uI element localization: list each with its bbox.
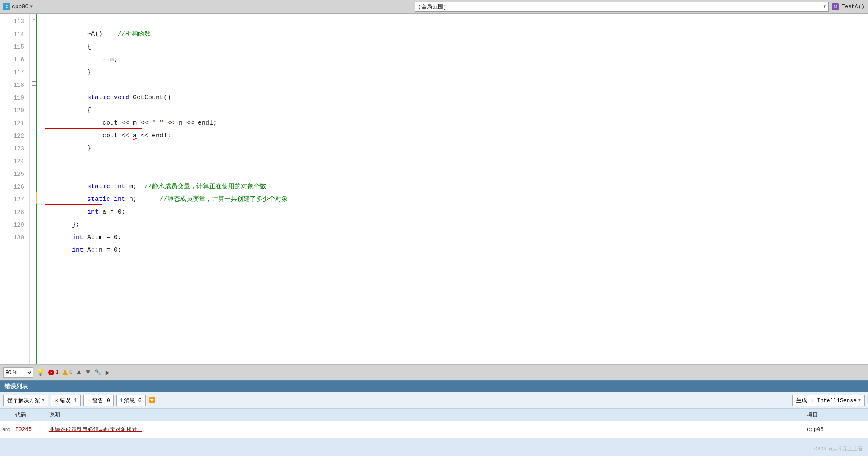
line-num-119: 119 (0, 92, 24, 104)
status-bar: 80 % 💡 ✕ 1 0 ▲ ▼ 🔧 ▶ (0, 364, 868, 380)
file-name: cpp06 (12, 3, 28, 10)
code-line-129: int A::m = 0; (41, 219, 868, 231)
function-name: TestA() (841, 3, 865, 10)
code-line-119: { (41, 92, 868, 104)
line-num-114: 114 (0, 28, 24, 41)
error-panel-header: 错误列表 (0, 381, 868, 392)
file-dropdown-arrow[interactable]: ▼ (30, 4, 33, 9)
error-row-code[interactable]: E0245 (13, 426, 47, 433)
error-row-0[interactable]: abc E0245 非静态成员引用必须与特定对象相对 cpp06 (0, 421, 868, 438)
file-selector[interactable]: C cpp06 ▼ (3, 3, 412, 10)
error-table-header: 代码 说明 项目 (0, 409, 868, 421)
gutter: − − (30, 14, 38, 364)
code-line-117 (41, 66, 868, 79)
code-line-118: static void GetCount() (41, 79, 868, 92)
title-bar: C cpp06 ▼ (全局范围) ▼ ⬡ TestA() (0, 0, 868, 14)
error-row-project: cpp06 (804, 426, 868, 433)
build-dropdown-label: 生成 + IntelliSense (796, 397, 857, 404)
code-line-122: } (41, 130, 868, 142)
error-panel-title: 错误列表 (4, 383, 28, 390)
nav-up-arrow[interactable]: ▲ (76, 368, 82, 377)
code-line-125: static int m; //静态成员变量，计算正在使用的对象个数 (41, 168, 868, 181)
error-btn-icon: ✕ (55, 397, 58, 404)
line-num-115: 115 (0, 41, 24, 53)
error-type-text: abc (3, 427, 10, 432)
editor-area: 113 114 115 116 117 118 119 120 121 122 … (0, 14, 868, 364)
watermark: CSDN @大耳朵土土吾 (814, 445, 863, 453)
error-icon: ✕ (48, 370, 54, 375)
code-line-128: }; (41, 206, 868, 219)
wrench-icon[interactable]: 🔧 (94, 369, 102, 376)
line-num-121: 121 (0, 117, 24, 130)
scope-dropdown-arrow[interactable]: ▼ (823, 4, 826, 9)
code-line-121: cout << a << endl; (41, 117, 868, 130)
lightbulb-icon[interactable]: 💡 (36, 368, 45, 377)
code-line-116: } (41, 53, 868, 66)
error-row-icon: abc (0, 426, 13, 433)
line-num-127: 127 (0, 193, 24, 206)
nav-down-arrow[interactable]: ▼ (85, 368, 91, 377)
col-header-project[interactable]: 项目 (804, 411, 868, 419)
col-header-code[interactable]: 代码 (13, 411, 47, 419)
errors-button[interactable]: ✕ 错误 1 (51, 395, 81, 406)
code-line-130: int A::n = 0; (41, 231, 868, 244)
error-project-text: cpp06 (807, 426, 824, 433)
code-line-126: static int n; //静态成员变量，计算一共创建了多少个对象 (41, 181, 868, 193)
error-description-text: 非静态成员引用必须与特定对象相对 (49, 427, 137, 433)
scope-dropdown[interactable]: 整个解决方案 ▼ (3, 395, 48, 406)
code-line-127: int a = 0; (41, 193, 868, 206)
error-panel-toolbar: 整个解决方案 ▼ ✕ 错误 1 ⚠ 警告 0 ℹ 消息 0 🔽 生成 + Int… (0, 392, 868, 409)
line-num-125: 125 (0, 168, 24, 181)
warning-count: 0 (69, 369, 73, 375)
messages-button[interactable]: ℹ 消息 0 (116, 395, 146, 406)
line-num-123: 123 (0, 142, 24, 155)
line-num-130: 130 (0, 231, 24, 244)
code-line-124 (41, 155, 868, 168)
build-dropdown-arrow[interactable]: ▼ (858, 398, 861, 403)
warning-btn-icon: ⚠ (87, 397, 91, 404)
warning-icon (62, 370, 68, 375)
info-btn-icon: ℹ (120, 397, 122, 404)
scope-dropdown-label: 整个解决方案 (7, 397, 40, 404)
line-num-128: 128 (0, 206, 24, 219)
code-line-115: --m; (41, 41, 868, 53)
error-count: 1 (55, 369, 59, 375)
error-panel: 错误列表 整个解决方案 ▼ ✕ 错误 1 ⚠ 警告 0 ℹ 消息 0 🔽 生成 … (0, 380, 868, 456)
line-num-118: 118 (0, 79, 24, 92)
function-selector[interactable]: ⬡ TestA() (832, 3, 865, 10)
line-num-126: 126 (0, 181, 24, 193)
line-num-129: 129 (0, 219, 24, 231)
scope-dropdown-arrow[interactable]: ▼ (42, 398, 44, 403)
file-icon: C (3, 3, 10, 10)
error-badge[interactable]: ✕ 1 (48, 369, 59, 375)
filter-icon[interactable]: 🔽 (148, 397, 155, 404)
code-container: 113 114 115 116 117 118 119 120 121 122 … (0, 14, 868, 364)
chevron-right-icon[interactable]: ▶ (105, 367, 111, 378)
line-num-113: 113 (0, 15, 24, 28)
line-num-117: 117 (0, 66, 24, 79)
code-lines[interactable]: ~A() //析构函数 { --m; } static void GetCoun… (38, 14, 868, 364)
errors-button-label: 错误 1 (60, 397, 77, 404)
scope-selector[interactable]: (全局范围) ▼ (415, 2, 829, 12)
line-num-122: 122 (0, 130, 24, 142)
line-numbers: 113 114 115 116 117 118 119 120 121 122 … (0, 14, 30, 364)
line-num-120: 120 (0, 104, 24, 117)
error-code-link[interactable]: E0245 (15, 426, 32, 433)
warnings-button[interactable]: ⚠ 警告 0 (83, 395, 113, 406)
warning-badge[interactable]: 0 (62, 369, 73, 375)
line-num-124: 124 (0, 155, 24, 168)
error-table: 代码 说明 项目 abc E0245 非静态成员引用必须与特定对象相对 cpp0… (0, 409, 868, 456)
messages-button-label: 消息 0 (124, 397, 142, 404)
code-line-123 (41, 142, 868, 155)
zoom-select[interactable]: 80 % (3, 367, 33, 378)
code-line-120: cout << m << " " << n << endl; (41, 104, 868, 117)
scope-label: (全局范围) (418, 3, 447, 11)
function-icon: ⬡ (832, 3, 839, 10)
code-line-114: { (41, 28, 868, 41)
build-dropdown[interactable]: 生成 + IntelliSense ▼ (792, 395, 865, 406)
error-row-description: 非静态成员引用必须与特定对象相对 (47, 426, 804, 434)
warnings-button-label: 警告 0 (92, 397, 110, 404)
watermark-text: CSDN @大耳朵土土吾 (814, 446, 863, 452)
code-line-113: ~A() //析构函数 (41, 15, 868, 28)
col-header-description[interactable]: 说明 (47, 411, 97, 419)
